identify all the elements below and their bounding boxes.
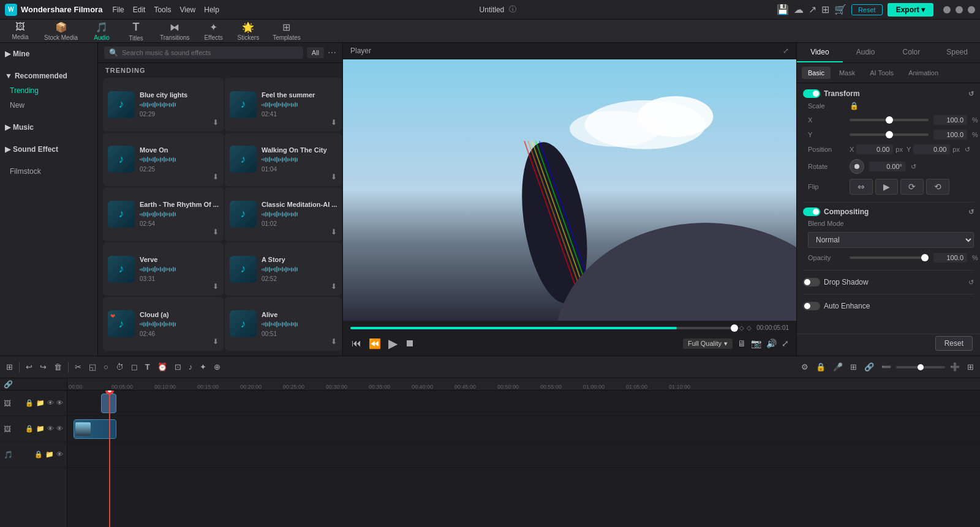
export-button[interactable]: Export ▾: [888, 3, 933, 17]
cloud-icon[interactable]: ☁: [794, 4, 804, 15]
sidebar-group-music[interactable]: ▶ Music: [0, 120, 97, 135]
opacity-slider[interactable]: [850, 256, 929, 259]
time-marker-end[interactable]: ◇: [747, 324, 752, 331]
cart-icon[interactable]: 🛒: [834, 4, 846, 15]
link-icon[interactable]: 🔗: [4, 380, 13, 389]
rotate-dial[interactable]: [850, 159, 864, 174]
flip-rotate-cw-button[interactable]: ⟳: [900, 179, 924, 195]
scale-y-value[interactable]: [933, 130, 967, 140]
tl-freeze-button[interactable]: ◻: [129, 361, 140, 373]
search-input[interactable]: [122, 49, 298, 56]
flip-horizontal-button[interactable]: ⇔: [850, 179, 873, 195]
toolbar-audio[interactable]: 🎵 Audio: [86, 20, 117, 42]
transform-reset-icon[interactable]: ↺: [968, 90, 974, 98]
tl-link-button[interactable]: 🔗: [862, 361, 876, 373]
menu-edit[interactable]: Edit: [133, 6, 146, 14]
music-item-1[interactable]: ♪ Blue city lights 02:29 ⬇: [103, 78, 224, 132]
sidebar-group-recommended[interactable]: ▼ Recommended: [0, 69, 97, 83]
time-marker-start[interactable]: ◇: [739, 324, 744, 331]
progress-bar[interactable]: [350, 327, 734, 329]
track-eye-3[interactable]: 👁: [56, 450, 63, 458]
tl-snap-button[interactable]: ⊞: [848, 361, 859, 373]
tab-speed[interactable]: Speed: [934, 43, 980, 62]
download-icon-5[interactable]: ⬇: [213, 228, 219, 236]
zoom-slider[interactable]: [896, 366, 945, 368]
track-lock-1[interactable]: 🔒: [25, 399, 34, 407]
flip-rotate-ccw-button[interactable]: ⟲: [926, 179, 949, 195]
tab-video[interactable]: Video: [797, 43, 843, 62]
download-icon-10[interactable]: ⬇: [331, 337, 337, 346]
download-icon-9[interactable]: ⬇: [213, 337, 219, 346]
scale-x-slider[interactable]: [850, 119, 929, 121]
filter-button[interactable]: All: [307, 47, 324, 58]
drop-shadow-reset[interactable]: ↺: [968, 278, 974, 286]
track-visible-1[interactable]: 👁: [56, 399, 63, 407]
expand-icon[interactable]: ⤢: [783, 47, 789, 55]
reset-button[interactable]: Reset: [935, 336, 973, 351]
tl-grid-view-button[interactable]: ⊞: [965, 361, 976, 373]
quality-button[interactable]: Full Quality ▾: [683, 338, 733, 349]
tl-redo-button[interactable]: ↪: [37, 361, 49, 373]
drop-shadow-toggle[interactable]: [803, 278, 820, 286]
music-item-10[interactable]: ♪ Alive 00:51 ⬇: [225, 297, 342, 351]
tl-text-button[interactable]: T: [143, 361, 153, 373]
playhead[interactable]: [109, 391, 110, 527]
step-back-button[interactable]: ⏪: [368, 337, 382, 351]
toolbar-stickers[interactable]: 🌟 Stickers: [233, 20, 265, 42]
track-folder-2[interactable]: 📁: [36, 425, 45, 433]
close-button[interactable]: [968, 6, 975, 13]
toolbar-effects[interactable]: ✦ Effects: [198, 20, 229, 42]
music-item-3[interactable]: ♪ Move On 02:25 ⬇: [103, 133, 224, 187]
tl-sticker-button[interactable]: ⊡: [172, 361, 184, 373]
track-lock-3[interactable]: 🔒: [34, 450, 43, 458]
save-icon[interactable]: 💾: [777, 4, 789, 15]
login-button[interactable]: Reset: [851, 4, 883, 15]
track-eye-2[interactable]: 👁: [47, 425, 54, 433]
menu-help[interactable]: Help: [204, 6, 219, 14]
subtab-ai-tools[interactable]: AI Tools: [864, 67, 900, 79]
tl-more-button[interactable]: ⊕: [211, 361, 223, 373]
grid-icon[interactable]: ⊞: [821, 4, 829, 15]
sidebar-group-sound-effect[interactable]: ▶ Sound Effect: [0, 142, 97, 157]
music-item-7[interactable]: ♪ Verve 03:31 ⬇: [103, 242, 224, 296]
maximize-button[interactable]: [956, 6, 963, 13]
download-icon-1[interactable]: ⬇: [213, 118, 219, 127]
minimize-button[interactable]: [943, 6, 951, 13]
tab-color[interactable]: Color: [889, 43, 935, 62]
tl-minus-button[interactable]: ➖: [879, 361, 894, 373]
play-button[interactable]: ▶: [387, 335, 399, 352]
download-icon-8[interactable]: ⬇: [331, 282, 337, 291]
menu-file[interactable]: File: [112, 6, 124, 14]
compositing-reset-icon[interactable]: ↺: [968, 208, 974, 216]
share-icon[interactable]: ↗: [809, 4, 816, 15]
rotate-reset[interactable]: ↺: [911, 163, 916, 171]
auto-enhance-toggle[interactable]: [803, 302, 820, 310]
tl-plus-button[interactable]: ➕: [948, 361, 962, 373]
track-lock-2[interactable]: 🔒: [25, 425, 34, 433]
volume-icon[interactable]: 🔊: [766, 338, 777, 348]
toolbar-media[interactable]: 🖼 Media: [5, 20, 36, 42]
screen-icon[interactable]: 🖥: [737, 338, 746, 348]
music-item-8[interactable]: ♪ A Story 02:52 ⬇: [225, 242, 342, 296]
tl-lock-button[interactable]: 🔒: [813, 361, 828, 373]
tab-audio[interactable]: Audio: [843, 43, 889, 62]
position-reset[interactable]: ↺: [965, 146, 970, 154]
track-folder-1[interactable]: 📁: [36, 399, 45, 407]
tl-rotation-button[interactable]: ○: [101, 361, 111, 373]
tl-speed-button[interactable]: ⏱: [113, 361, 126, 373]
transform-toggle[interactable]: [803, 89, 820, 98]
fullscreen-icon[interactable]: ⤢: [782, 338, 789, 348]
tl-effect-button[interactable]: ✦: [197, 361, 209, 373]
tl-audio-button[interactable]: ♪: [186, 361, 195, 373]
download-icon-7[interactable]: ⬇: [213, 282, 219, 291]
toolbar-transitions[interactable]: ⧓ Transitions: [155, 20, 195, 42]
sidebar-item-trending[interactable]: Trending: [0, 83, 97, 98]
blend-mode-select[interactable]: Normal Dissolve Multiply Screen Overlay: [808, 232, 974, 248]
skip-back-button[interactable]: ⏮: [350, 337, 363, 350]
menu-tools[interactable]: Tools: [154, 6, 171, 14]
tl-grid-button[interactable]: ⊞: [4, 361, 15, 373]
flip-vertical-button[interactable]: ▶: [875, 179, 898, 195]
download-icon-3[interactable]: ⬇: [213, 173, 219, 181]
music-item-5[interactable]: ♪ Earth - The Rhythm Of ... 02:54 ⬇: [103, 187, 224, 241]
menu-view[interactable]: View: [179, 6, 195, 14]
